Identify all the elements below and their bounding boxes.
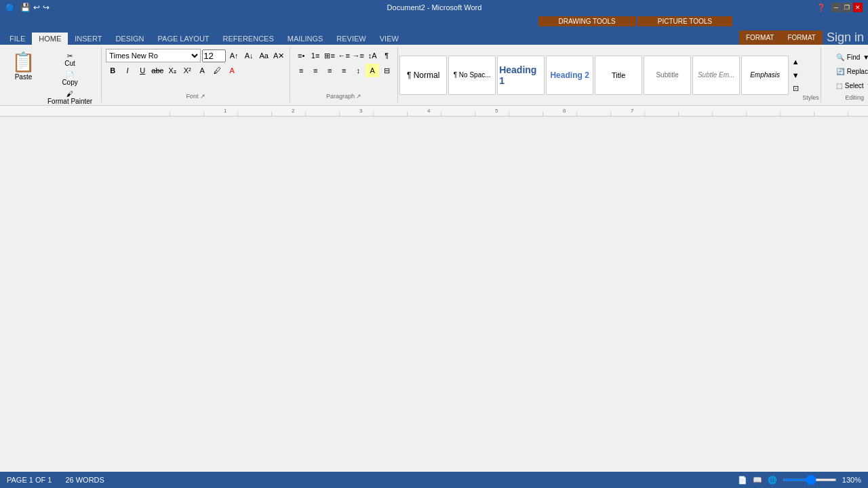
show-hide-button[interactable]: ¶	[380, 49, 393, 62]
style-subtitle-preview: Subtitle	[656, 71, 678, 79]
replace-button[interactable]: 🔄 Replace	[833, 66, 868, 77]
style-emphasis[interactable]: Emphasis	[741, 56, 789, 95]
decrease-font-button[interactable]: A↓	[242, 49, 256, 62]
cut-button[interactable]: ✂ Cut	[44, 50, 96, 69]
decrease-indent-button[interactable]: ←≡	[337, 49, 351, 62]
underline-button[interactable]: U	[136, 64, 149, 77]
tab-review[interactable]: REVIEW	[330, 33, 372, 45]
borders-button[interactable]: ⊟	[380, 64, 393, 77]
shading-button[interactable]: A	[366, 64, 379, 77]
strikethrough-button[interactable]: abc	[151, 64, 164, 77]
editing-group: 🔍 Find ▼ 🔄 Replace ⬚ Select ▼ Editing	[821, 47, 868, 102]
font-name-select[interactable]: Times New Ro	[106, 49, 201, 62]
line-spacing-button[interactable]: ↕	[351, 64, 365, 77]
find-button[interactable]: 🔍 Find ▼	[833, 52, 868, 63]
tab-references[interactable]: REFERENCES	[216, 33, 281, 45]
tab-home[interactable]: HOME	[32, 33, 68, 45]
tab-insert[interactable]: INSERT	[68, 33, 108, 45]
styles-scroll-up[interactable]: ▲	[789, 55, 802, 68]
find-label: Find	[847, 54, 860, 61]
style-title[interactable]: Title	[595, 56, 642, 95]
text-highlight-button[interactable]: 🖊	[210, 64, 224, 77]
superscript-button[interactable]: X²	[180, 64, 194, 77]
minimize-button[interactable]: ─	[831, 3, 841, 12]
cut-icon: ✂	[67, 52, 73, 60]
copy-label: Copy	[62, 79, 77, 86]
help-icon[interactable]: ❓	[816, 3, 826, 12]
bold-button[interactable]: B	[106, 64, 119, 77]
align-center-button[interactable]: ≡	[309, 64, 322, 77]
numbering-button[interactable]: 1≡	[309, 49, 322, 62]
style-heading1-preview: Heading 1	[499, 64, 542, 86]
zoom-slider[interactable]	[783, 479, 837, 481]
increase-font-button[interactable]: A↑	[227, 49, 241, 62]
cut-label: Cut	[64, 60, 75, 67]
ribbon-tabs: FILE HOME INSERT DESIGN PAGE LAYOUT REFE…	[0, 27, 868, 45]
view-reading-icon[interactable]: 📖	[753, 476, 762, 485]
styles-group: ¶ Normal ¶ No Spac... Heading 1 Heading …	[398, 47, 821, 102]
select-button[interactable]: ⬚ Select ▼	[833, 80, 868, 92]
format-painter-button[interactable]: 🖌 Format Painter	[44, 88, 96, 107]
view-print-icon[interactable]: 📄	[738, 476, 747, 485]
tab-view[interactable]: VIEW	[373, 33, 406, 45]
format-painter-label: Format Painter	[47, 98, 92, 105]
document-title: Document2 - Microsoft Word	[52, 3, 816, 12]
font-label: Font ↗	[186, 93, 205, 101]
style-subtle-em[interactable]: Subtle Em...	[692, 56, 740, 95]
copy-button[interactable]: 📄 Copy	[44, 69, 96, 88]
style-normal-preview: ¶ Normal	[407, 70, 439, 80]
tab-page-layout[interactable]: PAGE LAYOUT	[151, 33, 216, 45]
find-dropdown-icon: ▼	[863, 54, 868, 61]
style-heading2-preview: Heading 2	[550, 70, 589, 80]
align-left-button[interactable]: ≡	[294, 64, 308, 77]
ruler-content: 1 2 3 4 5 6 7	[170, 106, 868, 116]
style-heading1[interactable]: Heading 1	[497, 56, 545, 95]
status-bar: PAGE 1 OF 1 26 WORDS 📄 📖 🌐 130%	[0, 472, 868, 488]
clear-formatting-button[interactable]: A✕	[272, 49, 285, 62]
picture-tools-label: PICTURE TOOLS	[637, 16, 732, 26]
italic-button[interactable]: I	[121, 64, 134, 77]
align-right-button[interactable]: ≡	[323, 64, 336, 77]
text-effects-button[interactable]: A	[195, 64, 209, 77]
clipboard-group: 📋 Paste ✂ Cut 📄 Copy 🖌 Format Painter Cl…	[1, 47, 102, 102]
font-size-input[interactable]	[202, 49, 226, 62]
multilevel-list-button[interactable]: ⊞≡	[323, 49, 336, 62]
styles-more[interactable]: ⊡	[789, 82, 802, 96]
title-bar-icon-undo[interactable]: ↩	[33, 3, 40, 12]
tab-design[interactable]: DESIGN	[108, 33, 151, 45]
app-icon: 🔵	[5, 3, 15, 12]
paragraph-label: Paragraph ↗	[326, 93, 362, 101]
subscript-button[interactable]: X₂	[165, 64, 179, 77]
font-color-button[interactable]: A	[225, 64, 239, 77]
bullets-button[interactable]: ≡•	[294, 49, 308, 62]
title-bar: 🔵 💾 ↩ ↪ Document2 - Microsoft Word ❓ ─ ❐…	[0, 0, 868, 15]
format-painter-icon: 🖌	[66, 90, 73, 98]
tab-drawing-format[interactable]: FORMAT	[739, 30, 781, 45]
justify-button[interactable]: ≡	[337, 64, 351, 77]
title-bar-icon-redo[interactable]: ↪	[43, 3, 50, 12]
title-bar-icon-save[interactable]: 💾	[20, 3, 31, 12]
font-group: Times New Ro A↑ A↓ Aa A✕ B I U abc X₂ X²…	[102, 47, 290, 102]
ribbon: 📋 Paste ✂ Cut 📄 Copy 🖌 Format Painter Cl…	[0, 45, 868, 106]
tab-file[interactable]: FILE	[3, 33, 32, 45]
styles-scroll-down[interactable]: ▼	[789, 68, 802, 82]
select-label: Select	[845, 82, 864, 89]
sort-button[interactable]: ↕A	[366, 49, 379, 62]
style-normal[interactable]: ¶ Normal	[399, 56, 447, 95]
editing-label: Editing	[845, 94, 864, 102]
word-count: 26 WORDS	[65, 476, 104, 484]
style-subtitle[interactable]: Subtitle	[644, 56, 691, 95]
change-case-button[interactable]: Aa	[257, 49, 271, 62]
close-button[interactable]: ✕	[853, 3, 863, 12]
restore-button[interactable]: ❐	[842, 3, 852, 12]
view-web-icon[interactable]: 🌐	[768, 476, 777, 485]
sign-in-button[interactable]: Sign in	[823, 30, 868, 45]
increase-indent-button[interactable]: →≡	[351, 49, 365, 62]
select-icon: ⬚	[836, 82, 842, 89]
style-no-spacing[interactable]: ¶ No Spac...	[448, 56, 496, 95]
style-subtle-em-preview: Subtle Em...	[698, 71, 734, 79]
tab-mailings[interactable]: MAILINGS	[281, 33, 330, 45]
paste-button[interactable]: 📋 Paste	[5, 49, 41, 108]
tab-picture-format[interactable]: FORMAT	[781, 30, 822, 45]
style-heading2[interactable]: Heading 2	[546, 56, 593, 95]
